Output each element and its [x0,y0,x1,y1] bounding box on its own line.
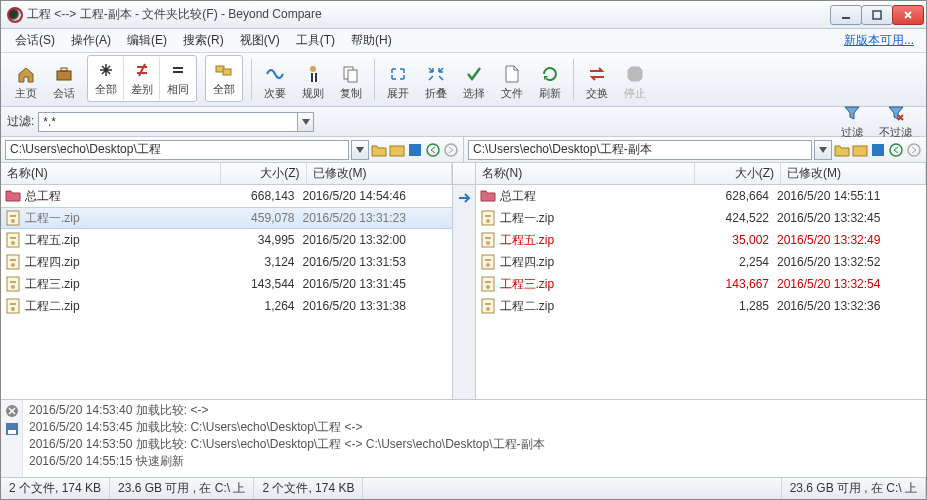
file-row[interactable]: 工程五.zip35,0022016/5/20 13:32:49 [476,229,927,251]
file-row[interactable]: 工程三.zip143,6672016/5/20 13:32:54 [476,273,927,295]
file-modified: 2016/5/20 14:55:11 [777,189,922,203]
right-folder-icon[interactable] [852,142,868,158]
left-path-dropdown[interactable] [351,140,369,160]
log-line: 2016/5/20 14:55:15 快速刷新 [29,453,920,470]
menu-search[interactable]: 搜索(R) [175,30,232,51]
gutter-arrow-icon[interactable] [457,191,473,205]
menu-view[interactable]: 视图(V) [232,30,288,51]
svg-rect-1 [873,11,881,19]
left-header-name[interactable]: 名称(N) [1,163,221,184]
new-version-link[interactable]: 新版本可用... [844,32,920,49]
minimize-button[interactable] [830,5,862,25]
svg-point-38 [486,219,490,223]
right-header-mod[interactable]: 已修改(M) [781,163,926,184]
file-row[interactable]: 工程五.zip34,9952016/5/20 13:32:00 [1,229,452,251]
left-header-size[interactable]: 大小(Z) [221,163,307,184]
wave-icon [264,63,286,85]
menu-session[interactable]: 会话(S) [7,30,63,51]
menu-tools[interactable]: 工具(T) [288,30,343,51]
left-fwd-icon[interactable] [443,142,459,158]
expand-button[interactable]: 展开 [380,59,416,106]
menu-help[interactable]: 帮助(H) [343,30,400,51]
svg-point-41 [486,241,490,245]
app-icon [7,7,23,23]
file-size: 628,664 [697,189,777,203]
svg-point-47 [486,285,490,289]
status-right-count: 2 个文件, 174 KB [254,478,363,499]
file-row[interactable]: 工程四.zip2,2542016/5/20 13:32:52 [476,251,927,273]
log-clear-icon[interactable] [5,404,19,418]
show-diff-button[interactable]: 差别 [124,56,160,101]
left-open-icon[interactable] [371,142,387,158]
log-save-icon[interactable] [5,422,19,436]
left-back-icon[interactable] [425,142,441,158]
file-modified: 2016/5/20 13:32:00 [303,233,448,247]
svg-point-6 [310,66,316,72]
filter-dropdown[interactable] [298,112,314,132]
not-equal-icon [131,59,153,81]
file-name: 工程三.zip [500,276,698,293]
next-diff-button[interactable]: 次要 [257,59,293,106]
file-row[interactable]: 总工程628,6642016/5/20 14:55:11 [476,185,927,207]
zip-icon [5,276,21,292]
left-pane[interactable]: 总工程668,1432016/5/20 14:54:46工程一.zip459,0… [1,185,452,399]
menu-actions[interactable]: 操作(A) [63,30,119,51]
struct-all-button[interactable]: 全部 [206,56,242,101]
file-name: 工程二.zip [500,298,698,315]
file-size: 35,002 [697,233,777,247]
file-modified: 2016/5/20 13:32:54 [777,277,922,291]
stop-button[interactable]: 停止 [617,59,653,106]
close-button[interactable] [892,5,924,25]
right-history-icon[interactable] [870,142,886,158]
files-button[interactable]: 文件 [494,59,530,106]
right-pane[interactable]: 总工程628,6642016/5/20 14:55:11工程一.zip424,5… [476,185,927,399]
session-button[interactable]: 会话 [46,59,82,106]
file-row[interactable]: 工程二.zip1,2852016/5/20 13:32:36 [476,295,927,317]
collapse-button[interactable]: 折叠 [418,59,454,106]
struct-group: 全部 [205,55,243,102]
left-header-mod[interactable]: 已修改(M) [307,163,452,184]
copy-button[interactable]: 复制 [333,59,369,106]
swap-button[interactable]: 交换 [579,59,615,106]
left-history-icon[interactable] [407,142,423,158]
left-path-input[interactable] [5,140,349,160]
collapse-icon [425,63,447,85]
rules-button[interactable]: 规则 [295,59,331,106]
file-row[interactable]: 工程四.zip3,1242016/5/20 13:31:53 [1,251,452,273]
svg-rect-11 [348,70,357,82]
file-row[interactable]: 总工程668,1432016/5/20 14:54:46 [1,185,452,207]
svg-rect-13 [390,146,404,156]
right-back-icon[interactable] [888,142,904,158]
file-modified: 2016/5/20 13:31:38 [303,299,448,313]
right-path-input[interactable] [468,140,812,160]
show-same-button[interactable]: 相同 [160,56,196,101]
expand-icon [387,63,409,85]
select-button[interactable]: 选择 [456,59,492,106]
status-left-count: 2 个文件, 174 KB [1,478,110,499]
svg-rect-8 [309,73,311,82]
left-folder-icon[interactable] [389,142,405,158]
menu-edit[interactable]: 编辑(E) [119,30,175,51]
right-path-area [463,137,926,162]
log-line: 2016/5/20 14:53:50 加载比较: C:\Users\echo\D… [29,436,920,453]
right-open-icon[interactable] [834,142,850,158]
file-size: 424,522 [697,211,777,225]
right-header-name[interactable]: 名称(N) [476,163,696,184]
maximize-button[interactable] [861,5,893,25]
file-row[interactable]: 工程一.zip424,5222016/5/20 13:32:45 [476,207,927,229]
file-size: 459,078 [223,211,303,225]
file-size: 143,544 [223,277,303,291]
file-modified: 2016/5/20 13:31:45 [303,277,448,291]
right-path-dropdown[interactable] [814,140,832,160]
show-all-button[interactable]: 全部 [88,56,124,101]
home-button[interactable]: 主页 [8,59,44,106]
file-row[interactable]: 工程三.zip143,5442016/5/20 13:31:45 [1,273,452,295]
filter-input[interactable] [38,112,298,132]
right-header-size[interactable]: 大小(Z) [695,163,781,184]
file-row[interactable]: 工程二.zip1,2642016/5/20 13:31:38 [1,295,452,317]
file-name: 工程四.zip [25,254,223,271]
right-fwd-icon[interactable] [906,142,922,158]
refresh-button[interactable]: 刷新 [532,59,568,106]
file-modified: 2016/5/20 14:54:46 [303,189,448,203]
file-row[interactable]: 工程一.zip459,0782016/5/20 13:31:23 [1,207,452,229]
